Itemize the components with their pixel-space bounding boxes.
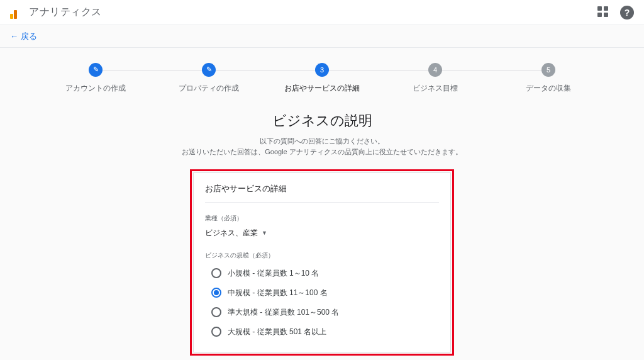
step-goals[interactable]: 4 ビジネス目標: [379, 63, 492, 94]
app-header: アナリティクス ?: [0, 0, 644, 25]
header-right: ?: [597, 6, 634, 20]
size-label: ビジネスの規模（必須）: [205, 251, 439, 260]
page-subtext-2: お送りいただいた回答は、Google アナリティクスの品質向上に役立たせていただ…: [0, 147, 644, 157]
radio-label: 大規模 - 従業員数 501 名以上: [228, 327, 326, 337]
radio-icon: [211, 307, 221, 317]
size-option-semi-large[interactable]: 準大規模 - 従業員数 101～500 名: [211, 303, 439, 322]
card-wrap: お店やサービスの詳細 業種（必須） ビジネス、産業 ▼ ビジネスの規模（必須） …: [0, 169, 644, 356]
details-card: お店やサービスの詳細 業種（必須） ビジネス、産業 ▼ ビジネスの規模（必須） …: [193, 172, 451, 352]
step-label: データの収集: [526, 83, 571, 94]
analytics-logo-icon: [10, 6, 23, 19]
apps-grid-icon[interactable]: [597, 6, 610, 19]
app-title: アナリティクス: [29, 6, 102, 19]
card-title: お店やサービスの詳細: [205, 183, 439, 203]
page-subtext-1: 以下の質問への回答にご協力ください。: [0, 137, 644, 146]
step-number: 4: [428, 63, 442, 77]
radio-icon: [211, 288, 221, 298]
industry-dropdown[interactable]: ビジネス、産業 ▼: [205, 228, 267, 239]
arrow-left-icon: ←: [10, 31, 18, 41]
radio-label: 小規模 - 従業員数 1～10 名: [228, 268, 319, 279]
back-link[interactable]: ← 戻る: [10, 31, 37, 42]
back-bar: ← 戻る: [0, 25, 644, 48]
back-label: 戻る: [21, 31, 37, 42]
step-label: プロパティの作成: [179, 83, 239, 94]
content-area: アカウントの作成 プロパティの作成 3 お店やサービスの詳細 4 ビジネス目標 …: [0, 48, 644, 361]
step-business-details[interactable]: 3 お店やサービスの詳細: [265, 63, 379, 94]
pencil-icon: [202, 63, 216, 77]
help-icon[interactable]: ?: [620, 6, 634, 20]
industry-value: ビジネス、産業: [205, 228, 258, 239]
page-heading: ビジネスの説明: [0, 111, 644, 130]
step-number: 5: [541, 63, 555, 77]
radio-icon: [211, 268, 221, 278]
step-label: アカウントの作成: [65, 83, 126, 94]
step-account[interactable]: アカウントの作成: [39, 63, 152, 94]
radio-label: 準大規模 - 従業員数 101～500 名: [228, 307, 339, 318]
highlight-border: お店やサービスの詳細 業種（必須） ビジネス、産業 ▼ ビジネスの規模（必須） …: [190, 169, 454, 356]
step-data-collection[interactable]: 5 データの収集: [492, 63, 605, 94]
size-option-small[interactable]: 小規模 - 従業員数 1～10 名: [211, 264, 439, 283]
caret-down-icon: ▼: [262, 230, 267, 236]
step-label: お店やサービスの詳細: [284, 83, 360, 94]
radio-icon: [211, 327, 221, 337]
size-radio-group: 小規模 - 従業員数 1～10 名 中規模 - 従業員数 11～100 名 準大…: [211, 264, 439, 342]
header-left: アナリティクス: [10, 6, 102, 19]
step-number: 3: [315, 63, 329, 77]
size-option-large[interactable]: 大規模 - 従業員数 501 名以上: [211, 322, 439, 342]
size-option-medium[interactable]: 中規模 - 従業員数 11～100 名: [211, 283, 439, 303]
pencil-icon: [89, 63, 103, 77]
radio-label: 中規模 - 従業員数 11～100 名: [228, 288, 328, 298]
industry-label: 業種（必須）: [205, 214, 439, 223]
step-property[interactable]: プロパティの作成: [152, 63, 265, 94]
step-label: ビジネス目標: [413, 83, 458, 94]
stepper: アカウントの作成 プロパティの作成 3 お店やサービスの詳細 4 ビジネス目標 …: [0, 63, 644, 94]
